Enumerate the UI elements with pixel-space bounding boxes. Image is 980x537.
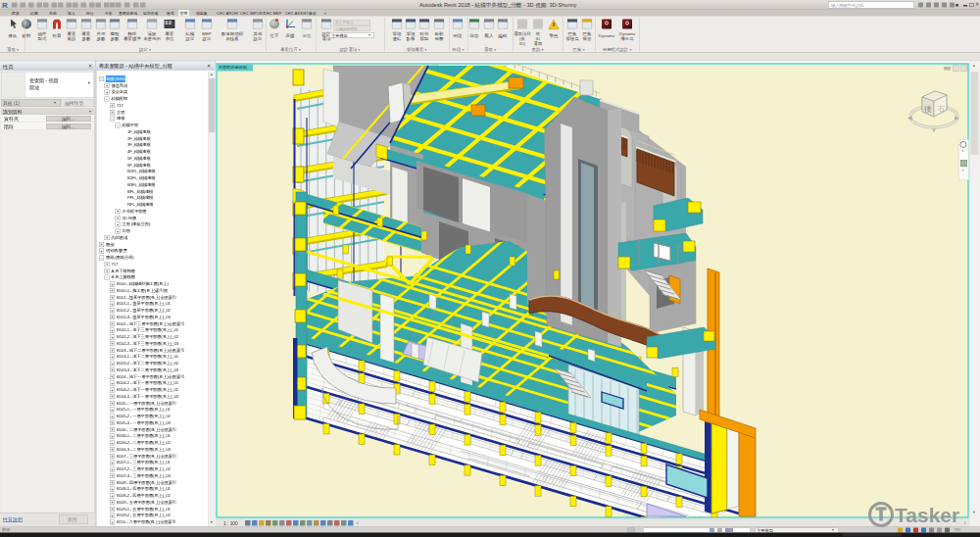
svg-text:Tasker: Tasker (895, 504, 959, 526)
svg-text:後: 後 (924, 105, 932, 114)
svg-text:右: 右 (938, 105, 945, 113)
svg-text:◀: ◀ (907, 115, 912, 121)
svg-text:▶: ▶ (955, 115, 959, 121)
svg-text:▼: ▼ (931, 127, 937, 133)
